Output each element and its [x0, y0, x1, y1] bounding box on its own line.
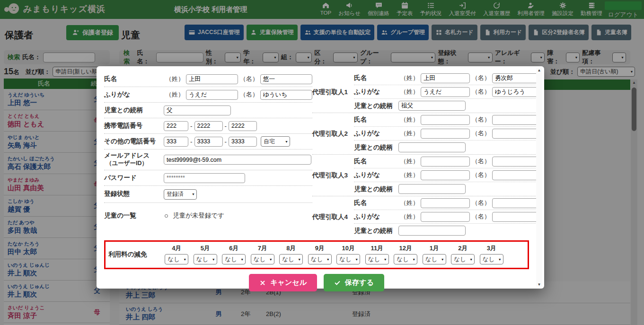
- proxy1-relation-input[interactable]: [398, 101, 466, 111]
- proxy1-last-kana-input[interactable]: [421, 87, 470, 97]
- fee-month-select-2[interactable]: なし▼: [451, 254, 475, 264]
- fee-month-select-7[interactable]: なし▼: [251, 254, 274, 264]
- mobile-phone-part3-input[interactable]: [229, 121, 257, 131]
- proxy2-first-kana-input[interactable]: [492, 129, 541, 139]
- password-input[interactable]: [164, 173, 245, 183]
- email-input[interactable]: [164, 155, 311, 165]
- proxy3-first-name-input[interactable]: [492, 157, 541, 167]
- mobile-phone-part2-input[interactable]: [194, 121, 223, 131]
- relation-row: 児童との続柄: [104, 103, 312, 118]
- guardian-edit-modal: 氏名 （姓） （名） ふりがな （姓） （名） 児童との続柄: [97, 66, 544, 289]
- proxy-pickup-1: 代理引取人1 氏名（姓）（名） ふりがな（姓）（名） 児童との続柄: [312, 71, 541, 113]
- modal-actions: キャンセル 保存する: [104, 274, 529, 291]
- proxy4-last-name-input[interactable]: [421, 198, 470, 208]
- mobile-phone-row: 携帯電話番号 - -: [104, 118, 312, 134]
- other-phone-row: その他の電話番号 - - 自宅▼: [104, 134, 312, 149]
- modal-scrollbar[interactable]: ▲ ▼: [536, 68, 542, 287]
- cancel-button[interactable]: キャンセル: [249, 274, 317, 291]
- first-name-kana-input[interactable]: [260, 90, 312, 100]
- other-phone-part2-input[interactable]: [194, 137, 223, 147]
- fee-reduction-section: 利用料の減免 4月なし▼ 5月なし▼ 6月なし▼ 7月なし▼ 8月なし▼ 9月な…: [104, 240, 529, 269]
- fee-month-select-9[interactable]: なし▼: [308, 254, 332, 264]
- other-phone-part1-input[interactable]: [164, 137, 188, 147]
- proxy1-first-name-input[interactable]: [492, 73, 541, 83]
- modal-right-column: 代理引取人1 氏名（姓）（名） ふりがな（姓）（名） 児童との続柄 代理引取人2…: [312, 71, 541, 237]
- fee-month-select-3[interactable]: なし▼: [480, 254, 503, 264]
- modal-scroll-down-arrow[interactable]: ▼: [538, 282, 541, 287]
- proxy4-first-name-input[interactable]: [492, 198, 541, 208]
- proxy3-last-kana-input[interactable]: [421, 170, 470, 180]
- proxy-pickup-4: 代理引取人4 氏名（姓）（名） ふりがな（姓）（名） 児童との続柄: [312, 196, 541, 237]
- proxy4-last-kana-input[interactable]: [421, 212, 470, 222]
- first-name-input[interactable]: [260, 74, 312, 84]
- save-button[interactable]: 保存する: [324, 274, 384, 291]
- modal-scroll-up-arrow[interactable]: ▲: [538, 68, 541, 72]
- furigana-row: ふりがな （姓） （名）: [104, 87, 312, 103]
- empty-bullet-icon: [165, 214, 168, 218]
- registration-status-select[interactable]: 登録済▼: [164, 189, 197, 200]
- proxy3-last-name-input[interactable]: [421, 157, 470, 167]
- check-icon: [334, 280, 341, 286]
- proxy4-relation-input[interactable]: [398, 226, 466, 236]
- children-list-row: 児童の一覧 児童が未登録です: [104, 206, 312, 226]
- proxy3-first-kana-input[interactable]: [492, 170, 541, 180]
- fee-month-select-10[interactable]: なし▼: [336, 254, 360, 264]
- registration-status-row: 登録状態 登録済▼: [104, 186, 312, 203]
- proxy4-first-kana-input[interactable]: [492, 212, 541, 222]
- name-row: 氏名 （姓） （名）: [104, 71, 312, 87]
- fee-month-select-4[interactable]: なし▼: [165, 254, 188, 264]
- proxy1-last-name-input[interactable]: [421, 73, 470, 83]
- x-icon: [259, 280, 266, 286]
- last-name-kana-input[interactable]: [186, 90, 238, 100]
- modal-left-column: 氏名 （姓） （名） ふりがな （姓） （名） 児童との続柄: [104, 71, 312, 237]
- phone-type-select[interactable]: 自宅▼: [261, 136, 290, 147]
- fee-month-select-5[interactable]: なし▼: [194, 254, 217, 264]
- email-row: メールアドレス （ユーザーID）: [104, 149, 312, 170]
- proxy2-relation-input[interactable]: [398, 142, 466, 152]
- proxy3-relation-input[interactable]: [398, 184, 466, 194]
- proxy1-first-kana-input[interactable]: [492, 87, 541, 97]
- proxy2-last-kana-input[interactable]: [421, 129, 470, 139]
- other-phone-part3-input[interactable]: [229, 137, 257, 147]
- last-name-input[interactable]: [186, 74, 238, 84]
- password-row: パスワード: [104, 170, 312, 186]
- fee-month-select-6[interactable]: なし▼: [222, 254, 246, 264]
- fee-month-select-8[interactable]: なし▼: [279, 254, 303, 264]
- fee-month-select-11[interactable]: なし▼: [365, 254, 389, 264]
- proxy2-first-name-input[interactable]: [492, 115, 541, 125]
- proxy-pickup-3: 代理引取人3 氏名（姓）（名） ふりがな（姓）（名） 児童との続柄: [312, 155, 541, 196]
- proxy-pickup-2: 代理引取人2 氏名（姓）（名） ふりがな（姓）（名） 児童との続柄: [312, 113, 541, 155]
- fee-month-select-12[interactable]: なし▼: [394, 254, 417, 264]
- relation-input[interactable]: [164, 105, 231, 115]
- mobile-phone-part1-input[interactable]: [164, 121, 188, 131]
- proxy2-last-name-input[interactable]: [421, 115, 470, 125]
- fee-month-select-1[interactable]: なし▼: [423, 254, 446, 264]
